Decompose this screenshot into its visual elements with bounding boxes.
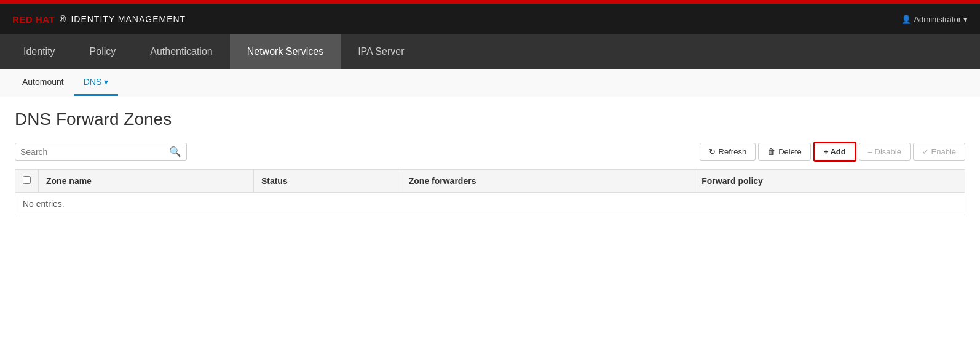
select-all-col — [15, 170, 39, 193]
person-icon: 👤 — [901, 15, 911, 24]
col-status: Status — [253, 170, 401, 193]
table-body: No entries. — [15, 193, 965, 215]
page-title: DNS Forward Zones — [15, 110, 965, 129]
disable-label: – Disable — [868, 147, 901, 156]
no-entries-message: No entries. — [15, 193, 965, 215]
nav-item-identity[interactable]: Identity — [6, 34, 73, 69]
add-label: + Add — [824, 147, 846, 156]
nav-item-authentication[interactable]: Authentication — [133, 34, 229, 69]
empty-row: No entries. — [15, 193, 965, 215]
refresh-button[interactable]: ↻ Refresh — [700, 143, 756, 161]
header-bar: RED HAT ® IDENTITY MANAGEMENT 👤 Administ… — [0, 4, 980, 34]
enable-label: ✓ Enable — [922, 147, 956, 156]
chevron-down-icon: ▾ — [963, 15, 968, 24]
search-box: 🔍 — [15, 143, 187, 161]
sub-nav: Automount DNS ▾ — [0, 69, 980, 97]
delete-button[interactable]: 🗑 Delete — [758, 143, 811, 161]
subnav-dns[interactable]: DNS ▾ — [74, 70, 119, 96]
delete-label: Delete — [778, 147, 802, 156]
enable-button[interactable]: ✓ Enable — [913, 143, 965, 161]
main-content: DNS Forward Zones 🔍 ↻ Refresh 🗑 Delete +… — [0, 97, 980, 341]
nav-item-ipa-server[interactable]: IPA Server — [341, 34, 421, 69]
disable-button[interactable]: – Disable — [859, 143, 911, 161]
refresh-label: Refresh — [719, 147, 747, 156]
col-zone-name: Zone name — [39, 170, 254, 193]
col-zone-forwarders: Zone forwarders — [401, 170, 694, 193]
main-nav: Identity Policy Authentication Network S… — [0, 34, 980, 69]
subnav-automount[interactable]: Automount — [12, 70, 74, 96]
refresh-icon: ↻ — [709, 147, 716, 156]
search-input[interactable] — [20, 147, 165, 157]
dns-zones-table: Zone name Status Zone forwarders Forward… — [15, 169, 965, 215]
toolbar: 🔍 ↻ Refresh 🗑 Delete + Add – Disable ✓ E… — [15, 142, 965, 162]
col-forward-policy: Forward policy — [694, 170, 965, 193]
search-button[interactable]: 🔍 — [169, 146, 181, 158]
user-menu[interactable]: 👤 Administrator ▾ — [901, 15, 968, 24]
dns-dropdown-icon: ▾ — [104, 77, 108, 87]
trash-icon: 🗑 — [767, 147, 775, 156]
select-all-checkbox[interactable] — [23, 176, 31, 184]
brand: RED HAT ® IDENTITY MANAGEMENT — [12, 14, 186, 25]
table-header: Zone name Status Zone forwarders Forward… — [15, 170, 965, 193]
action-buttons: ↻ Refresh 🗑 Delete + Add – Disable ✓ Ena… — [700, 142, 965, 162]
dns-label: DNS — [84, 77, 102, 87]
add-button[interactable]: + Add — [813, 142, 856, 162]
brand-title: IDENTITY MANAGEMENT — [71, 14, 186, 24]
brand-logo: RED HAT ® IDENTITY MANAGEMENT — [12, 14, 186, 25]
search-icon: 🔍 — [169, 146, 181, 157]
user-label: Administrator — [914, 15, 961, 24]
brand-redhat: RED HAT — [12, 14, 55, 25]
nav-item-network-services[interactable]: Network Services — [230, 34, 341, 69]
nav-item-policy[interactable]: Policy — [73, 34, 133, 69]
